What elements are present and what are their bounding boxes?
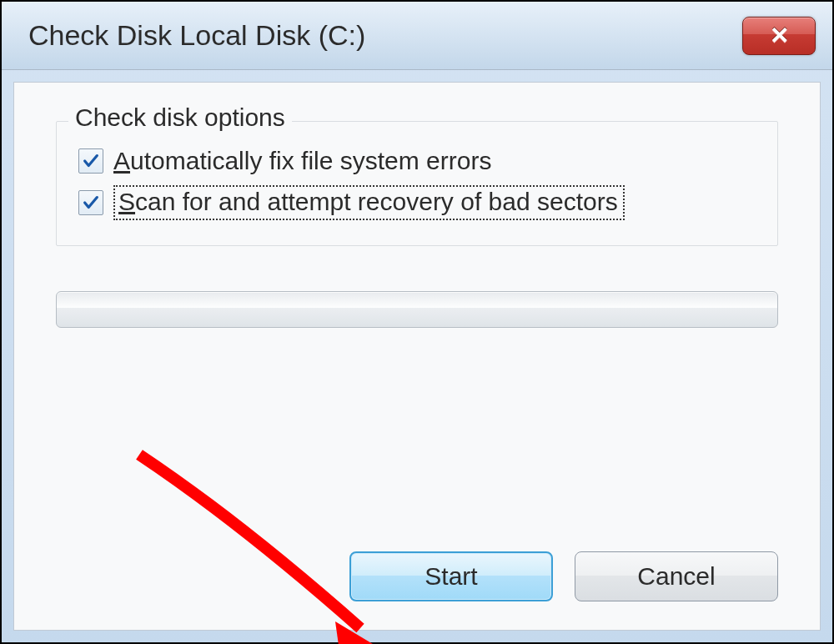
close-icon: ✕ <box>770 22 789 49</box>
groupbox-legend: Check disk options <box>68 103 292 132</box>
button-label: Start <box>425 562 477 591</box>
progress-bar <box>56 291 778 328</box>
button-label: Cancel <box>637 562 715 591</box>
checkmark-icon <box>82 152 100 170</box>
window-title: Check Disk Local Disk (C:) <box>28 19 365 52</box>
button-row: Start Cancel <box>349 551 778 601</box>
option-fix-errors[interactable]: Automatically fix file system errors <box>78 147 756 175</box>
option-scan-recover[interactable]: Scan for and attempt recovery of bad sec… <box>78 185 756 220</box>
close-button[interactable]: ✕ <box>742 17 816 55</box>
checkbox-label: Automatically fix file system errors <box>113 147 491 175</box>
start-button[interactable]: Start <box>349 551 553 601</box>
titlebar: Check Disk Local Disk (C:) ✕ <box>2 2 832 70</box>
client-area: Check disk options Automatically fix fil… <box>13 82 821 631</box>
check-disk-dialog: Check Disk Local Disk (C:) ✕ Check disk … <box>0 0 834 644</box>
check-disk-options-group: Check disk options Automatically fix fil… <box>56 121 778 246</box>
checkbox-label: Scan for and attempt recovery of bad sec… <box>113 185 625 220</box>
cancel-button[interactable]: Cancel <box>575 551 778 601</box>
checkmark-icon <box>82 194 100 212</box>
checkbox-scan-recover[interactable] <box>78 190 103 215</box>
annotation-arrow-icon <box>123 446 456 644</box>
checkbox-fix-errors[interactable] <box>78 148 103 174</box>
